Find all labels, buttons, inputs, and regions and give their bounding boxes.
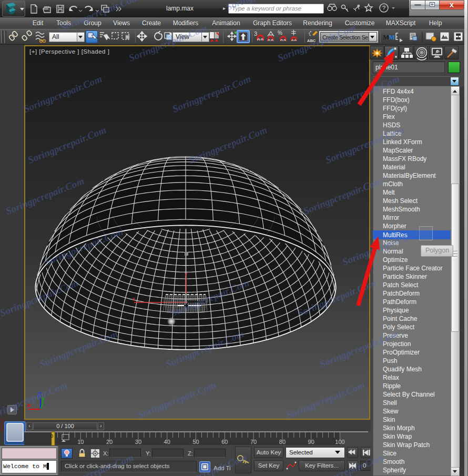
svg-text:ABC: ABC — [307, 38, 316, 43]
svg-text:100: 100 — [335, 439, 344, 445]
svg-text:10: 10 — [77, 439, 84, 445]
svg-text:M: M — [389, 33, 395, 41]
svg-text:0: 0 — [50, 433, 53, 439]
svg-text:30: 30 — [135, 439, 141, 445]
svg-text:70: 70 — [250, 439, 257, 445]
svg-text:?: ? — [382, 5, 385, 11]
svg-text:y: y — [185, 271, 187, 277]
svg-text:20: 20 — [106, 439, 113, 445]
svg-text:40: 40 — [164, 439, 170, 445]
svg-text:Z: Z — [38, 391, 42, 398]
svg-text:%: % — [278, 30, 282, 36]
svg-text:x: x — [133, 296, 135, 302]
svg-text:y: y — [42, 396, 45, 402]
svg-text:60: 60 — [221, 439, 228, 445]
svg-text:50: 50 — [192, 439, 199, 445]
svg-text:x: x — [27, 402, 31, 408]
svg-text:80: 80 — [279, 439, 286, 445]
svg-text:3: 3 — [254, 31, 257, 37]
svg-text:90: 90 — [308, 439, 314, 445]
